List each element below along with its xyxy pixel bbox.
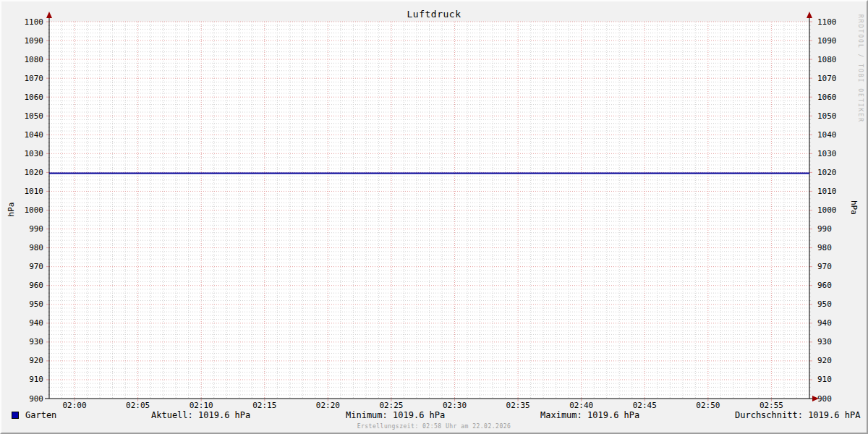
y-tick-label: 1020 — [817, 168, 859, 177]
y-tick-label: 1090 — [1, 36, 43, 46]
y-tick-label: 1090 — [817, 36, 859, 46]
y-tick-label: 930 — [817, 337, 859, 346]
y-tick-label: 1030 — [1, 149, 43, 158]
x-tick-label: 02:15 — [247, 401, 283, 410]
y-tick-label: 1050 — [1, 111, 43, 121]
series-label: Garten — [25, 410, 56, 420]
x-tick-label: 02:20 — [310, 401, 346, 410]
y-tick-label: 1100 — [817, 17, 859, 27]
x-tick-label: 02:40 — [563, 401, 600, 410]
y-tick-label: 1060 — [1, 93, 43, 102]
y-tick-label: 1000 — [1, 205, 43, 215]
y-tick-label: 1070 — [817, 74, 859, 83]
y-tick-label: 950 — [817, 299, 859, 309]
y-tick-label: 950 — [1, 299, 43, 309]
x-tick-label: 02:30 — [437, 401, 473, 410]
y-tick-label: 1020 — [1, 168, 43, 177]
x-tick-label: 02:55 — [753, 401, 789, 410]
creation-timestamp: Erstellungszeit: 02:58 Uhr am 22.02.2026 — [1, 423, 867, 430]
y-tick-label: 920 — [1, 356, 43, 365]
stat-aktuell: Aktuell: 1019.6 hPa — [151, 410, 250, 420]
y-tick-label: 990 — [817, 224, 859, 234]
y-tick-label: 1050 — [817, 111, 859, 121]
series-swatch-icon — [12, 412, 19, 419]
x-tick-label: 02:35 — [500, 401, 536, 410]
y-tick-label: 1080 — [817, 55, 859, 64]
y-tick-label: 970 — [1, 262, 43, 271]
x-tick-label: 02:00 — [56, 401, 93, 410]
y-tick-label: 1000 — [817, 205, 859, 215]
x-tick-label: 02:25 — [373, 401, 409, 410]
stat-maximum: Maximum: 1019.6 hPa — [540, 410, 639, 420]
y-tick-label: 960 — [1, 281, 43, 290]
y-tick-label: 1080 — [1, 55, 43, 64]
y-tick-label: 1070 — [1, 74, 43, 83]
y-tick-label: 1040 — [1, 130, 43, 140]
y-tick-label: 1060 — [817, 93, 859, 102]
y-tick-label: 940 — [817, 318, 859, 328]
x-tick-label: 02:50 — [690, 401, 726, 410]
x-tick-label: 02:10 — [183, 401, 219, 410]
y-tick-label: 920 — [817, 356, 859, 365]
y-tick-label: 980 — [817, 243, 859, 252]
y-tick-label: 1010 — [1, 187, 43, 196]
y-tick-label: 930 — [1, 337, 43, 346]
stat-durchschnitt: Durchschnitt: 1019.6 hPA — [735, 410, 860, 420]
y-tick-label: 1010 — [817, 187, 859, 196]
y-tick-label: 980 — [1, 243, 43, 252]
x-tick-label: 02:05 — [120, 401, 156, 410]
y-tick-label: 1040 — [817, 130, 859, 140]
y-tick-label: 990 — [1, 224, 43, 234]
stat-minimum: Minimum: 1019.6 hPa — [346, 410, 445, 420]
y-tick-label: 970 — [817, 262, 859, 271]
x-tick-label: 02:45 — [626, 401, 663, 410]
y-tick-label: 910 — [817, 375, 859, 384]
y-tick-label: 940 — [1, 318, 43, 328]
y-tick-label: 900 — [817, 394, 859, 404]
y-tick-label: 960 — [817, 281, 859, 290]
y-tick-label: 1100 — [1, 17, 43, 27]
chart-canvas — [1, 1, 868, 434]
rrdtool-graph: Luftdruck RRDTOOL / TOBI OETIKER hPa hPa… — [0, 0, 868, 434]
y-tick-label: 1030 — [817, 149, 859, 158]
legend-row: Garten Aktuell: 1019.6 hPa Minimum: 1019… — [1, 411, 867, 422]
y-tick-label: 910 — [1, 375, 43, 384]
y-tick-label: 900 — [1, 394, 43, 404]
